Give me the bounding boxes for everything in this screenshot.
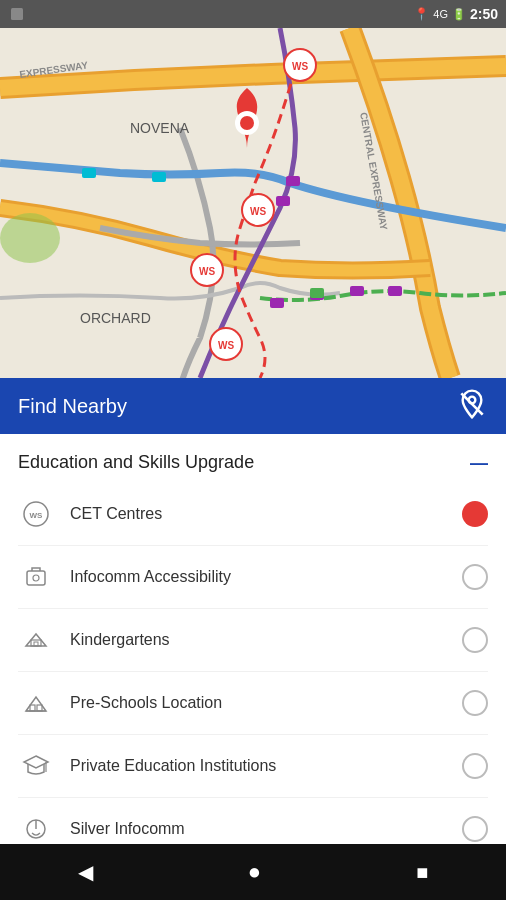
location-off-svg: [456, 388, 488, 420]
kindergartens-radio[interactable]: [462, 627, 488, 653]
svg-text:NOVENA: NOVENA: [130, 120, 190, 136]
svg-point-25: [0, 213, 60, 263]
pre-schools-radio[interactable]: [462, 690, 488, 716]
clock: 2:50: [470, 6, 498, 22]
location-status-icon: 📍: [414, 7, 429, 21]
bottom-nav: ◀ ● ■: [0, 844, 506, 900]
private-education-radio[interactable]: [462, 753, 488, 779]
location-off-icon[interactable]: [456, 388, 488, 424]
silver-infocomm-label: Silver Infocomm: [70, 820, 462, 838]
recent-button[interactable]: ■: [416, 859, 428, 885]
cet-centres-icon: WS: [18, 496, 54, 532]
svg-rect-0: [11, 8, 23, 20]
private-education-label: Private Education Institutions: [70, 757, 462, 775]
android-icon: [8, 5, 26, 23]
infocomm-accessibility-radio[interactable]: [462, 564, 488, 590]
private-education-icon: [18, 748, 54, 784]
list-item-pre-schools[interactable]: Pre-Schools Location: [18, 672, 488, 735]
map-area[interactable]: WS WS WS WS NOVENA ORCHARD EXPRESSWAY CE…: [0, 28, 506, 378]
kindergartens-label: Kindergartens: [70, 631, 462, 649]
infocomm-accessibility-label: Infocomm Accessibility: [70, 568, 462, 586]
section-title: Education and Skills Upgrade: [18, 452, 254, 473]
cet-icon-svg: WS: [22, 500, 50, 528]
battery-icon: 🔋: [452, 8, 466, 21]
network-icon: 4G: [433, 8, 448, 20]
svg-rect-30: [27, 571, 45, 585]
infocomm-icon-svg: [22, 563, 50, 591]
infocomm-accessibility-icon: [18, 559, 54, 595]
section-header: Education and Skills Upgrade —: [18, 434, 488, 483]
silver-infocomm-icon: [18, 811, 54, 847]
svg-text:WS: WS: [199, 266, 215, 277]
svg-rect-35: [37, 705, 42, 711]
pre-schools-icon-svg: [22, 689, 50, 717]
list-item-kindergartens[interactable]: Kindergartens: [18, 609, 488, 672]
map-svg: WS WS WS WS NOVENA ORCHARD EXPRESSWAY CE…: [0, 28, 506, 378]
svg-rect-7: [286, 176, 300, 186]
svg-rect-9: [82, 168, 96, 178]
private-education-icon-svg: [22, 752, 50, 780]
svg-text:WS: WS: [292, 61, 308, 72]
svg-text:ORCHARD: ORCHARD: [80, 310, 151, 326]
home-button[interactable]: ●: [248, 859, 261, 885]
list-item-cet-centres[interactable]: WS CET Centres: [18, 483, 488, 546]
kindergartens-icon-svg: [22, 626, 50, 654]
svg-rect-4: [350, 286, 364, 296]
svg-rect-32: [31, 640, 41, 646]
svg-point-20: [240, 116, 254, 130]
silver-infocomm-radio[interactable]: [462, 816, 488, 842]
find-nearby-label: Find Nearby: [18, 395, 127, 418]
pre-schools-icon: [18, 685, 54, 721]
svg-rect-2: [270, 298, 284, 308]
svg-rect-10: [152, 172, 166, 182]
cet-centres-radio[interactable]: [462, 501, 488, 527]
silver-infocomm-icon-svg: [22, 815, 50, 843]
status-bar-left: [8, 5, 26, 23]
pre-schools-label: Pre-Schools Location: [70, 694, 462, 712]
status-bar: 📍 4G 🔋 2:50: [0, 0, 506, 28]
section-collapse-btn[interactable]: —: [470, 454, 488, 472]
svg-rect-5: [388, 286, 402, 296]
svg-rect-6: [276, 196, 290, 206]
cet-centres-label: CET Centres: [70, 505, 462, 523]
svg-text:WS: WS: [250, 206, 266, 217]
svg-point-31: [33, 575, 39, 581]
find-nearby-bar[interactable]: Find Nearby: [0, 378, 506, 434]
svg-text:WS: WS: [218, 340, 234, 351]
kindergartens-icon: [18, 622, 54, 658]
svg-rect-8: [310, 288, 324, 298]
list-items-container: WS CET Centres Infocomm Accessibility: [18, 483, 488, 900]
svg-rect-34: [30, 705, 35, 711]
status-bar-right: 📍 4G 🔋 2:50: [414, 6, 498, 22]
back-button[interactable]: ◀: [78, 859, 93, 885]
svg-text:WS: WS: [30, 511, 44, 520]
education-section: Education and Skills Upgrade — WS CET Ce…: [0, 434, 506, 900]
list-item-infocomm-accessibility[interactable]: Infocomm Accessibility: [18, 546, 488, 609]
list-item-private-education[interactable]: Private Education Institutions: [18, 735, 488, 798]
